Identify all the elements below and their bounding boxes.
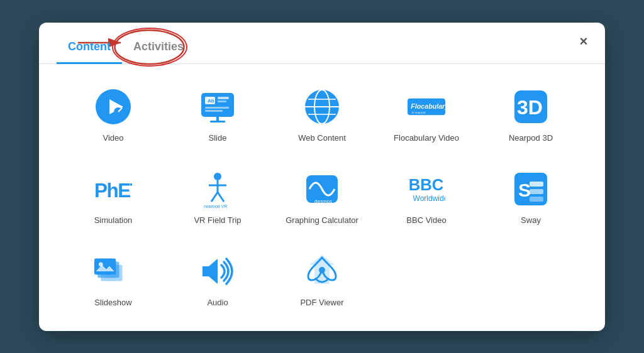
web-content-icon — [303, 88, 341, 126]
sway-icon: S — [512, 170, 550, 208]
svg-marker-47 — [203, 259, 218, 284]
vr-field-trip-label: VR Field Trip — [194, 215, 241, 225]
item-slide[interactable]: Ab Slide — [169, 79, 267, 149]
svg-rect-13 — [216, 117, 219, 121]
svg-rect-8 — [218, 97, 229, 99]
svg-rect-10 — [205, 107, 229, 109]
item-simulation[interactable]: PhET Simulation — [64, 161, 162, 231]
svg-text:S: S — [518, 180, 531, 200]
item-video[interactable]: Video — [64, 79, 162, 149]
svg-text:in nearpod: in nearpod — [412, 111, 426, 114]
svg-point-26 — [214, 173, 221, 180]
item-nearpod3d[interactable]: 3D Nearpod 3D — [482, 79, 580, 149]
video-label: Video — [103, 133, 123, 143]
tab-activities[interactable]: Activities — [122, 34, 195, 64]
nearpod3d-label: Nearpod 3D — [509, 133, 553, 143]
graphing-calculator-label: Graphing Calculator — [286, 215, 358, 225]
flocabulary-label: Flocabulary Video — [394, 133, 459, 143]
item-sway[interactable]: S Sway — [482, 161, 580, 231]
svg-rect-40 — [530, 197, 543, 202]
pdf-viewer-label: PDF Viewer — [300, 298, 343, 307]
web-content-label: Web Content — [298, 133, 346, 143]
svg-rect-38 — [530, 182, 543, 187]
item-web-content[interactable]: Web Content — [273, 79, 371, 149]
item-audio[interactable]: Audio — [169, 244, 267, 313]
svg-rect-39 — [530, 189, 543, 194]
nearpod3d-icon: 3D — [512, 88, 550, 126]
video-icon — [94, 88, 132, 126]
svg-text:nearpod VR: nearpod VR — [204, 204, 227, 208]
item-slideshow[interactable]: Slideshow — [64, 244, 162, 313]
modal-header: Content Activities × — [39, 23, 605, 64]
svg-text:Worldwide: Worldwide — [413, 193, 445, 202]
item-vr-field-trip[interactable]: nearpod VR VR Field Trip — [169, 161, 267, 231]
vr-field-trip-icon: nearpod VR — [199, 170, 236, 208]
svg-text:desmos: desmos — [314, 198, 332, 204]
slideshow-icon — [94, 253, 132, 290]
svg-line-30 — [218, 192, 224, 202]
simulation-icon: PhET — [94, 170, 132, 208]
graphing-calculator-icon: desmos — [303, 170, 341, 208]
slide-label: Slide — [209, 133, 227, 143]
pdf-viewer-icon — [303, 253, 341, 290]
flocabulary-icon: Flocabulary in nearpod — [408, 88, 445, 126]
item-flocabulary[interactable]: Flocabulary in nearpod Flocabulary Video — [377, 79, 475, 149]
slideshow-label: Slideshow — [94, 298, 131, 307]
svg-text:BBC: BBC — [409, 175, 444, 193]
svg-line-29 — [211, 192, 218, 202]
svg-rect-9 — [218, 100, 226, 102]
svg-rect-14 — [210, 121, 225, 122]
audio-icon — [199, 253, 236, 290]
close-button[interactable]: × — [574, 31, 594, 52]
svg-rect-11 — [205, 110, 223, 112]
modal: Content Activities × Video — [39, 23, 605, 331]
tab-content[interactable]: Content — [57, 34, 122, 64]
svg-text:Ab: Ab — [208, 98, 214, 104]
svg-rect-6 — [201, 93, 234, 117]
item-bbc-video[interactable]: BBC Worldwide BBC Video — [377, 161, 475, 231]
item-graphing-calculator[interactable]: desmos Graphing Calculator — [273, 161, 371, 231]
simulation-label: Simulation — [94, 215, 133, 225]
svg-point-48 — [319, 267, 325, 273]
audio-label: Audio — [207, 298, 228, 307]
svg-text:Flocabulary: Flocabulary — [411, 102, 445, 110]
svg-text:PhET: PhET — [94, 178, 132, 201]
bbc-video-label: BBC Video — [406, 215, 446, 225]
bbc-video-icon: BBC Worldwide — [408, 170, 445, 208]
sway-label: Sway — [521, 215, 541, 225]
content-grid: Video Ab Slide — [64, 79, 580, 313]
modal-body: Video Ab Slide — [39, 64, 605, 331]
slide-icon: Ab — [199, 88, 236, 126]
svg-text:3D: 3D — [517, 96, 543, 119]
item-pdf-viewer[interactable]: PDF Viewer — [273, 244, 371, 313]
